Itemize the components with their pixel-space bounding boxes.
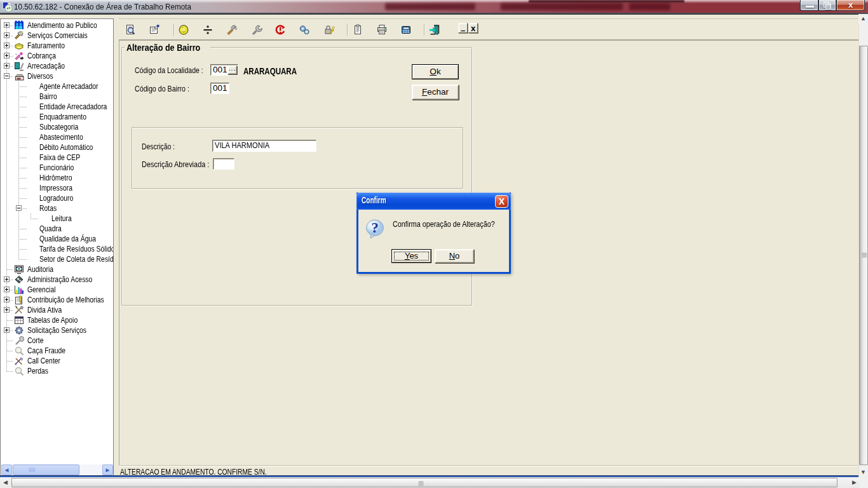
svg-text:?: ? <box>371 220 379 236</box>
